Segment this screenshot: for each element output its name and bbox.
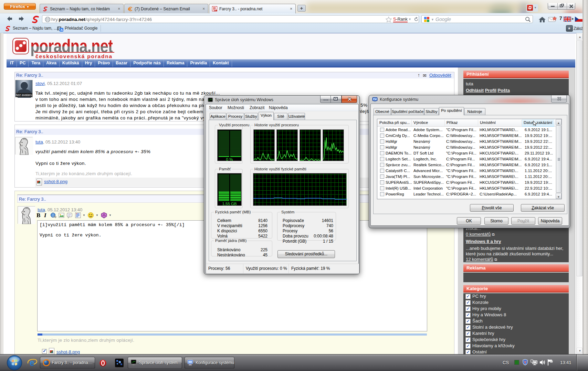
svg-text:A: A <box>61 28 63 32</box>
